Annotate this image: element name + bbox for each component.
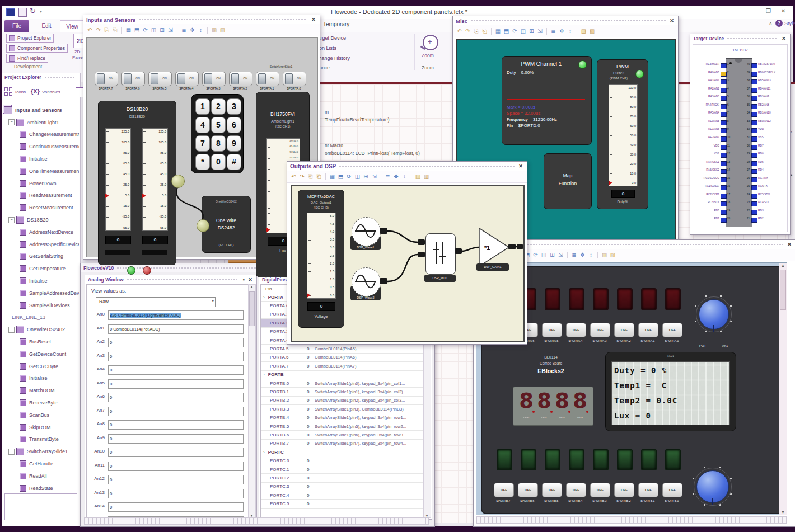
analog-input-An1[interactable]: 0 ComboBL0114(Pot ADC) (108, 324, 244, 334)
copy-icon[interactable]: ⎘ (473, 27, 480, 35)
tree-macro-OneTimeMeasurement[interactable]: OneTimeMeasurement (3, 165, 80, 177)
project-explorer-titlebar[interactable]: Project Explorer (2, 73, 80, 82)
analog-input-An8[interactable]: 0 (108, 420, 244, 430)
zoom-button[interactable]: + (423, 35, 438, 50)
digital-row-PORTC.3[interactable]: PORTC.30 (261, 483, 423, 491)
properties-icon[interactable]: ✥ (189, 26, 196, 34)
keypad-key-9[interactable]: 9 (227, 135, 241, 152)
analog-window-titlebar[interactable]: Analog Window ▪ ✕ (85, 275, 256, 284)
board-button-$PORTB.6[interactable]: OFF (518, 483, 538, 497)
texture-icon[interactable]: ▧ (423, 173, 430, 181)
tree-item-AmbientLight1[interactable]: −AmbientLight1 (3, 116, 80, 129)
pan-icon[interactable]: ↕ (197, 26, 204, 34)
wire-node-1[interactable] (171, 175, 185, 188)
pan-icon[interactable]: ↕ (401, 173, 408, 181)
customize-icon[interactable]: ▾ (40, 9, 42, 14)
board-button-$PORTA.0[interactable]: OFF (662, 323, 682, 337)
board-button-$PORTB.1[interactable]: OFF (638, 483, 658, 497)
scale-pointer-icon[interactable] (609, 181, 612, 185)
pin-icon[interactable]: ▪ (240, 277, 247, 283)
digital-row-PORTB.2[interactable]: PORTB.20SwitchArraySlide1(pin2), keypad_… (261, 397, 423, 405)
inputs-sensors-window[interactable]: Inputs and Sensors ✕ ↶↷⎘⎗▦⬒⟳◫⊞⇲≣✥↕▨▧ Swi… (83, 15, 320, 260)
pan-icon[interactable]: ↕ (587, 251, 595, 259)
tree-macro-ResetMeasurement[interactable]: ResetMeasurement (3, 201, 80, 214)
keypad-key-*[interactable]: * (195, 154, 210, 170)
view-values-dropdown[interactable]: Raw ▾ (96, 297, 216, 307)
close-icon[interactable]: ✕ (517, 163, 524, 169)
tab-edit[interactable]: Edit (34, 20, 59, 32)
export-icon[interactable]: ⇲ (557, 251, 564, 259)
switch-handle[interactable] (231, 73, 239, 84)
analog-input-An6[interactable]: 0 (108, 393, 244, 402)
keypad-key-8[interactable]: 8 (211, 135, 226, 152)
texture-icon[interactable]: ▧ (219, 26, 226, 34)
panel-switch-$PORTA.0[interactable]: ON (283, 72, 306, 86)
digital-row-PORTC.1[interactable]: PORTC.10 (261, 465, 423, 474)
ds18b20-block[interactable]: DS18B20 DS18B20 125.0105.085.065.045.025… (98, 101, 176, 265)
paste-icon[interactable]: ⎗ (315, 173, 322, 181)
dsp-gain[interactable]: *1 (479, 228, 510, 267)
close-icon[interactable]: ✕ (786, 242, 793, 247)
tree-macro-SampleAllDevices[interactable]: SampleAllDevices (3, 299, 80, 312)
tree-macro-ReadAll[interactable]: ReadAll (3, 470, 80, 482)
tree-root[interactable]: Inputs and Sensors (3, 104, 80, 116)
export-icon[interactable]: ⇲ (167, 26, 174, 34)
analog-input-An2[interactable]: 0 (108, 338, 244, 347)
tree-macro-ReceiveByte[interactable]: ReceiveByte (3, 397, 80, 409)
scroll-down-icon[interactable]: ▼ (781, 510, 785, 514)
board-button-$PORTA.3[interactable]: OFF (590, 323, 610, 337)
scale-pointer-icon[interactable] (266, 228, 270, 232)
board-button-$PORTB.5[interactable]: OFF (542, 483, 562, 497)
analog-input-An10[interactable]: 0 (108, 448, 244, 457)
paste-icon[interactable]: ⎗ (481, 27, 488, 35)
flowcodev10-h-scrollbar[interactable] (84, 517, 429, 525)
help-icon[interactable]: ? (775, 20, 783, 27)
tree-item-LINK_LINE_13[interactable]: LINK_LINE_13 (3, 312, 80, 324)
board-button-$PORTB.4[interactable]: OFF (566, 483, 586, 497)
analog-input-An0[interactable]: 826 ComboBL0114(LightSensor ADC) (108, 310, 244, 320)
mirror-icon[interactable]: ◫ (540, 251, 548, 259)
tree-macro-SkipROM[interactable]: SkipROM (3, 421, 80, 434)
board-button-$PORTA.4[interactable]: OFF (566, 323, 586, 337)
tree-macro-BusReset[interactable]: BusReset (3, 336, 80, 348)
grid-icon[interactable]: ▦ (329, 173, 336, 181)
dsp-wave1[interactable] (352, 217, 381, 246)
close-icon[interactable]: ✕ (310, 17, 317, 22)
shade-icon[interactable]: ▨ (211, 26, 218, 34)
close-icon[interactable]: ✕ (780, 36, 787, 41)
panel-switch-$PORTA.4[interactable]: ON (175, 72, 199, 86)
scale-pointer-icon[interactable] (142, 194, 146, 198)
paste-icon[interactable]: ⎗ (111, 26, 119, 34)
shade-icon[interactable]: ▨ (414, 173, 422, 181)
board-button-$PORTB.3[interactable]: OFF (590, 483, 610, 497)
undo-history-icon[interactable]: ↻ (30, 7, 36, 15)
keypad-key-7[interactable]: 7 (195, 135, 210, 152)
chevron-down-icon[interactable]: ▾ (212, 299, 214, 303)
board-button-$PORTA.1[interactable]: OFF (638, 323, 658, 337)
tree-macro-GetSerialString[interactable]: GetSerialString (3, 251, 80, 263)
undo-icon[interactable]: ↶ (290, 173, 297, 181)
scroll-down-icon[interactable]: ▼ (250, 514, 254, 517)
digital-row-PORTB.4[interactable]: PORTB.40SwitchArraySlide1(pin4), keypad_… (261, 413, 423, 422)
tree-macro-ReadMeasurement[interactable]: ReadMeasurement (3, 190, 80, 202)
tree-item-DS18B20[interactable]: −DS18B20 (3, 214, 80, 226)
snap-icon[interactable]: ⊞ (158, 26, 166, 34)
export-icon[interactable]: ⇲ (536, 27, 544, 35)
close-button[interactable]: ✕ (781, 8, 785, 14)
save-icon[interactable] (18, 8, 27, 17)
keypad-key-5[interactable]: 5 (211, 117, 226, 133)
digital-row-PORTA.5[interactable]: PORTA.50ComboBL0114(PinA5) (261, 345, 423, 353)
scale-pointer-icon[interactable] (105, 194, 109, 198)
icons-view-icon[interactable] (4, 87, 13, 96)
panel-switch-$PORTA.3[interactable]: ON (202, 72, 226, 86)
digital-row-PORTB.3[interactable]: PORTB.30SwitchArraySlide1(pin3), ComboBL… (261, 405, 423, 413)
ribbon-button-project-explorer[interactable]: Project Explorer (6, 34, 54, 43)
keypad-key-6[interactable]: 6 (227, 117, 241, 133)
properties-icon[interactable]: ✥ (392, 173, 400, 181)
scrollbar-thumb[interactable] (249, 291, 255, 326)
digital-row-PORTB.6[interactable]: PORTB.60SwitchArraySlide1(pin6), keypad_… (261, 431, 423, 439)
tree-macro-MatchROM[interactable]: MatchROM (3, 384, 80, 397)
digital-row-PORTC.4[interactable]: PORTC.40 (261, 491, 423, 500)
expand-icon[interactable]: › (263, 295, 265, 300)
dac-block[interactable]: MCP47x6DAC DAC_Output1 (I2C CH3) 5.04.54… (298, 190, 344, 328)
